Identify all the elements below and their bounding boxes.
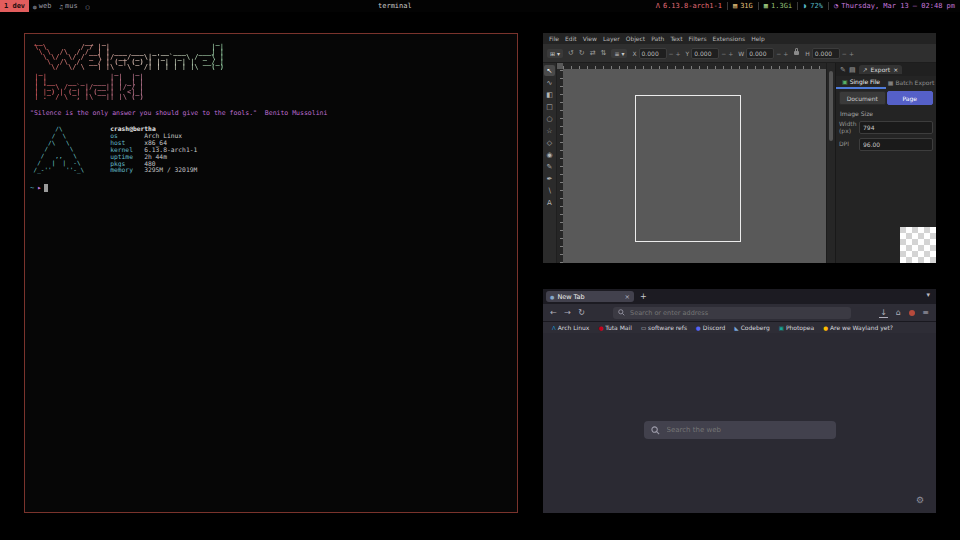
extension-icon[interactable]: [909, 310, 915, 316]
page-outline[interactable]: [635, 95, 741, 242]
home-icon[interactable]: ⌂: [894, 308, 903, 317]
workspace-label: web: [39, 2, 52, 10]
box3d-tool[interactable]: ◇: [544, 137, 555, 148]
terminal-window[interactable]: __ __ _ _ \ \ / / | | | | \ \ /\ / /__| …: [24, 33, 518, 513]
star-tool[interactable]: ☆: [544, 125, 555, 136]
close-icon[interactable]: ×: [893, 66, 898, 73]
disk-text: 31G: [740, 2, 753, 10]
bookmark-label: Are we Wayland yet?: [830, 324, 893, 331]
h-value[interactable]: 0.000: [812, 48, 840, 59]
stepper-plus[interactable]: +: [728, 50, 733, 57]
browser-tab-newtab[interactable]: ● New Tab ×: [546, 291, 634, 302]
bookmark-tuta-mail[interactable]: ●Tuta Mail: [598, 324, 632, 331]
selector-tool[interactable]: ↖: [544, 65, 555, 76]
width-input[interactable]: [859, 121, 933, 134]
clock-text: Thursday, Mar 13 — 02:48 pm: [841, 2, 955, 10]
bookmark-photopea[interactable]: ▣Photopea: [779, 324, 815, 331]
reload-icon[interactable]: ↻: [577, 308, 586, 317]
rotate-cw-icon[interactable]: ↻: [579, 49, 585, 57]
flip-vertical-icon[interactable]: ⇅: [601, 49, 607, 57]
ascii-art-welcome: __ __ _ _ \ \ / / | | | | \ \ /\ / /__| …: [30, 40, 517, 70]
stepper-plus[interactable]: +: [783, 50, 788, 57]
flip-horizontal-icon[interactable]: ⇄: [590, 49, 596, 57]
tab-single-file[interactable]: ▣ Single File: [836, 75, 886, 89]
spiral-tool[interactable]: ◉: [544, 149, 555, 160]
workspace-label: mus: [65, 2, 78, 10]
menu-object[interactable]: Object: [623, 35, 649, 42]
gear-icon[interactable]: ⚙: [916, 495, 924, 505]
pencil-tool[interactable]: ✎: [544, 161, 555, 172]
export-panel: ✎ ▤ ↗ Export × ▣ Single File ▦ Ba: [835, 63, 936, 263]
menu-text[interactable]: Text: [667, 35, 685, 42]
layers-icon[interactable]: ▤: [849, 66, 856, 74]
url-bar[interactable]: [613, 307, 851, 319]
ellipse-tool[interactable]: ○: [544, 113, 555, 124]
stepper-minus[interactable]: −: [776, 50, 781, 57]
fetch-value: 3295M / 32019M: [144, 166, 197, 173]
h-label: H: [805, 50, 810, 57]
stepper-plus[interactable]: +: [849, 50, 854, 57]
canvas-scrollbar[interactable]: [826, 63, 835, 263]
calligraphy-tool[interactable]: ∖: [544, 185, 555, 196]
forward-icon[interactable]: →: [563, 308, 572, 317]
downloads-icon[interactable]: ↓: [879, 308, 888, 318]
workspace-dev[interactable]: 1 dev: [0, 0, 29, 12]
inkscape-canvas[interactable]: [557, 63, 826, 263]
tab-close-icon[interactable]: ×: [625, 293, 630, 301]
document-button[interactable]: Document: [839, 91, 886, 105]
dpi-input[interactable]: [859, 138, 933, 151]
text-tool[interactable]: A: [544, 197, 555, 208]
workspace-mus[interactable]: ♫ mus: [55, 0, 81, 12]
workspace-web[interactable]: ◍ web: [29, 0, 55, 12]
new-tab-button[interactable]: +: [640, 292, 647, 301]
menu-view[interactable]: View: [580, 35, 600, 42]
menu-filters[interactable]: Filters: [686, 35, 710, 42]
stepper-minus[interactable]: −: [721, 50, 726, 57]
prompt-path: ~: [30, 184, 34, 192]
stepper-plus[interactable]: +: [676, 50, 681, 57]
bookmark-folder-software-refs[interactable]: ▭software refs: [641, 324, 687, 331]
menu-edit[interactable]: Edit: [562, 35, 580, 42]
menu-file[interactable]: File: [546, 35, 562, 42]
bookmark-discord[interactable]: ●Discord: [696, 324, 725, 331]
x-value[interactable]: 0.000: [639, 48, 667, 59]
music-icon: ♫: [59, 3, 63, 10]
page-button[interactable]: Page: [887, 91, 934, 105]
shape-builder-tool[interactable]: ◧: [544, 89, 555, 100]
align-dropdown[interactable]: ≡ ▾: [611, 49, 627, 58]
web-search-input[interactable]: [665, 425, 829, 435]
inkscape-toolbox: ↖ ∿ ◧ □ ○ ☆ ◇ ◉ ✎ ✒ ∖ A: [543, 63, 557, 263]
menu-icon[interactable]: ≡: [921, 308, 930, 317]
stepper-minus[interactable]: −: [669, 50, 674, 57]
stepper-minus[interactable]: −: [842, 50, 847, 57]
shell-prompt[interactable]: ~ ▸: [30, 184, 517, 192]
bookmark-are-we-wayland-yet[interactable]: ●Are we Wayland yet?: [823, 324, 893, 331]
bookmark-codeberg[interactable]: ◣Codeberg: [734, 324, 769, 331]
selection-mode-dropdown[interactable]: ⊞ ▾: [547, 49, 563, 58]
workspace-misc[interactable]: ▢: [82, 0, 94, 12]
rotate-ccw-icon[interactable]: ↺: [568, 49, 574, 57]
bookmark-arch-linux[interactable]: ΛArch Linux: [552, 324, 589, 331]
menu-extensions[interactable]: Extensions: [710, 35, 749, 42]
lock-ratio-icon[interactable]: [794, 51, 799, 55]
y-value[interactable]: 0.000: [691, 48, 719, 59]
export-dialog-tab[interactable]: ↗ Export ×: [859, 65, 903, 74]
folder-icon: ▭: [641, 325, 646, 331]
xml-editor-icon[interactable]: ✎: [840, 66, 846, 74]
node-tool[interactable]: ∿: [544, 77, 555, 88]
list-all-tabs-icon[interactable]: ▾: [926, 291, 930, 299]
back-icon[interactable]: ←: [549, 308, 558, 317]
tuta-favicon-icon: ●: [598, 325, 603, 331]
url-input[interactable]: [628, 308, 846, 318]
dpi-label: DPI: [839, 141, 857, 148]
w-value[interactable]: 0.000: [746, 48, 774, 59]
menu-path[interactable]: Path: [648, 35, 667, 42]
scrollbar-thumb[interactable]: [829, 71, 833, 141]
web-search-box[interactable]: [644, 421, 836, 439]
menu-layer[interactable]: Layer: [600, 35, 623, 42]
rect-tool[interactable]: □: [544, 101, 555, 112]
pen-tool[interactable]: ✒: [544, 173, 555, 184]
menu-help[interactable]: Help: [748, 35, 768, 42]
tab-batch-export[interactable]: ▦ Batch Export: [886, 76, 936, 88]
bookmark-label: Discord: [703, 324, 726, 331]
